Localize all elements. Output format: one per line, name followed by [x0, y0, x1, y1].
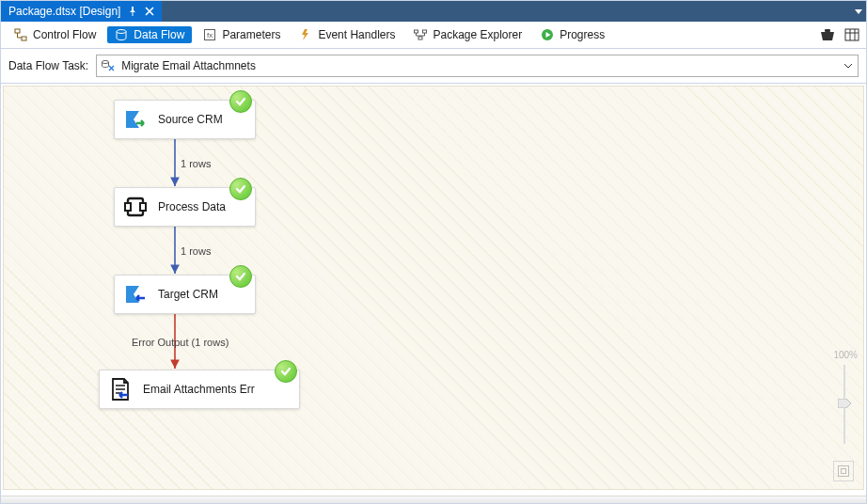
close-icon[interactable]	[145, 7, 154, 16]
svg-rect-6	[423, 30, 427, 33]
node-label: Source CRM	[158, 113, 223, 126]
svg-point-2	[117, 30, 126, 34]
data-flow-icon	[115, 28, 128, 41]
crm-destination-icon	[122, 281, 149, 307]
right-gutter: 100%	[829, 87, 859, 489]
document-tab-label: Package.dtsx [Design]	[8, 5, 120, 18]
title-bar-spacer	[162, 1, 851, 22]
parameters-icon: fx	[203, 28, 216, 41]
horizontal-scrollbar[interactable]	[1, 496, 866, 503]
zoom-label: 100%	[833, 350, 858, 360]
fit-to-screen-icon[interactable]	[833, 461, 854, 481]
task-row: Data Flow Task: Migrate Email Attachmnet…	[1, 49, 866, 83]
svg-rect-5	[415, 30, 418, 33]
svg-rect-1	[22, 37, 26, 40]
window-menu-icon[interactable]	[851, 1, 866, 22]
svg-rect-7	[418, 37, 422, 39]
tab-label: Package Explorer	[433, 28, 522, 41]
status-success-icon	[275, 360, 297, 383]
svg-rect-10	[845, 29, 859, 40]
task-select-value: Migrate Email Attachmnets	[121, 59, 256, 72]
node-label: Process Data	[158, 200, 226, 213]
tab-label: Control Flow	[33, 28, 96, 41]
toolbox-icon[interactable]	[819, 26, 836, 43]
task-row-label: Data Flow Task:	[8, 59, 88, 72]
document-tab[interactable]: Package.dtsx [Design]	[1, 1, 162, 22]
script-component-icon	[122, 194, 149, 220]
tab-package-explorer[interactable]: Package Explorer	[406, 26, 529, 43]
link-label: 1 rows	[181, 158, 211, 169]
design-canvas[interactable]: 1 rows 1 rows Error Output (1 rows) Sour…	[3, 86, 864, 490]
pin-icon[interactable]	[128, 7, 137, 16]
svg-rect-16	[125, 203, 131, 211]
tab-event-handlers[interactable]: Event Handlers	[292, 26, 402, 43]
progress-icon	[541, 28, 554, 41]
tab-progress[interactable]: Progress	[533, 26, 612, 43]
document-tab-bar: Package.dtsx [Design]	[1, 1, 866, 22]
svg-point-11	[102, 60, 109, 63]
link-label: Error Output (1 rows)	[132, 337, 229, 348]
canvas-wrap: 1 rows 1 rows Error Output (1 rows) Sour…	[1, 83, 866, 496]
svg-text:fx: fx	[207, 31, 213, 39]
zoom-slider-track[interactable]	[843, 365, 845, 444]
svg-rect-17	[140, 203, 146, 211]
dataflow-task-icon	[101, 58, 116, 73]
status-success-icon	[229, 265, 252, 288]
tab-data-flow[interactable]: Data Flow	[107, 26, 192, 43]
tab-label: Progress	[560, 28, 605, 41]
tab-label: Data Flow	[134, 28, 184, 41]
node-label: Target CRM	[158, 288, 218, 301]
node-email-attachments-err[interactable]: Email Attachments Err	[99, 370, 300, 409]
designer-tabs: Control Flow Data Flow fx Parameters Eve…	[1, 22, 866, 49]
zoom-slider-thumb[interactable]	[838, 399, 851, 408]
svg-rect-9	[825, 29, 830, 32]
link-label: 1 rows	[181, 245, 211, 257]
svg-rect-18	[839, 466, 849, 477]
package-explorer-icon	[414, 28, 427, 41]
status-success-icon	[229, 90, 252, 113]
svg-rect-19	[842, 469, 846, 474]
designer-window: { "title_tab": { "label": "Package.dtsx …	[0, 0, 867, 504]
status-success-icon	[229, 178, 252, 200]
control-flow-icon	[14, 28, 27, 41]
tab-parameters[interactable]: fx Parameters	[196, 26, 288, 43]
flatfile-destination-icon	[107, 376, 134, 402]
event-handlers-icon	[299, 28, 312, 41]
svg-rect-0	[15, 29, 20, 33]
tab-label: Event Handlers	[318, 28, 395, 41]
crm-source-icon	[122, 106, 149, 133]
tab-control-flow[interactable]: Control Flow	[7, 26, 103, 43]
node-label: Email Attachments Err	[143, 383, 255, 396]
chevron-down-icon[interactable]	[841, 57, 856, 74]
task-select[interactable]: Migrate Email Attachmnets	[96, 55, 859, 77]
variables-icon[interactable]	[843, 26, 860, 43]
tab-label: Parameters	[222, 28, 280, 41]
